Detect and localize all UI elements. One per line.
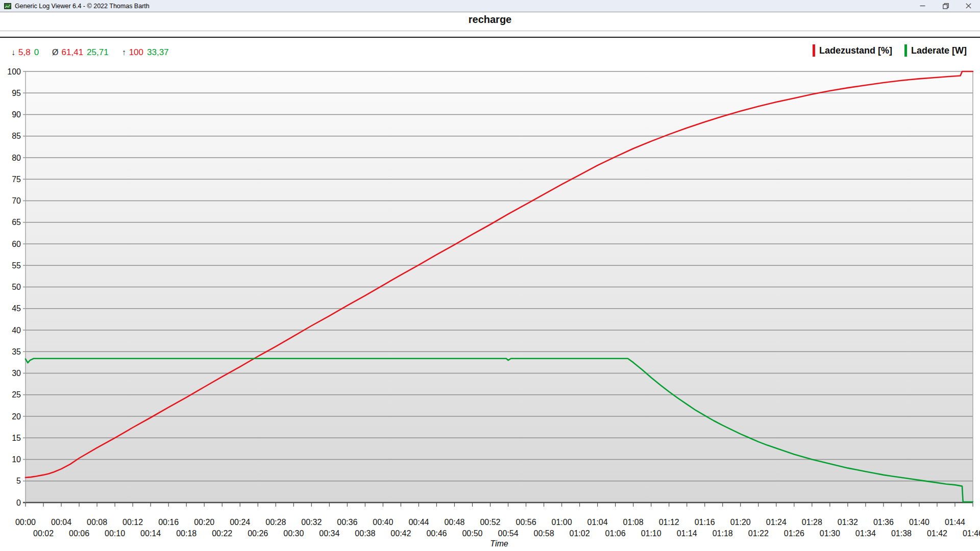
y-tick-label: 30 bbox=[12, 369, 21, 378]
x-tick-label: 01:02 bbox=[570, 529, 590, 538]
x-tick-label: 00:38 bbox=[355, 529, 375, 538]
x-tick-label: 00:54 bbox=[498, 529, 518, 538]
x-tick-label: 00:04 bbox=[51, 518, 71, 527]
y-tick-label: 20 bbox=[12, 412, 21, 421]
x-tick-label: 01:28 bbox=[802, 518, 822, 527]
y-tick-label: 95 bbox=[12, 89, 21, 97]
x-tick-label: 01:44 bbox=[945, 518, 965, 527]
x-tick-label: 00:18 bbox=[176, 529, 197, 538]
x-tick-label: 00:44 bbox=[408, 518, 429, 527]
x-tick-label: 00:36 bbox=[337, 518, 357, 527]
y-tick-label: 0 bbox=[16, 498, 21, 507]
y-tick-label: 5 bbox=[16, 477, 21, 485]
x-tick-label: 00:58 bbox=[534, 529, 554, 538]
x-tick-label: 01:32 bbox=[838, 518, 858, 527]
x-tick-label: 01:24 bbox=[766, 518, 787, 527]
x-tick-label: 00:24 bbox=[230, 518, 250, 527]
x-tick-label: 00:56 bbox=[516, 518, 536, 527]
x-tick-label: 01:26 bbox=[784, 529, 804, 538]
x-tick-label: 00:30 bbox=[283, 529, 304, 538]
x-tick-label: 00:40 bbox=[373, 518, 393, 527]
x-tick-label: 00:50 bbox=[462, 529, 482, 538]
x-tick-label: 00:46 bbox=[426, 529, 447, 538]
y-tick-label: 90 bbox=[12, 110, 21, 119]
x-tick-label: 01:18 bbox=[713, 529, 733, 538]
x-tick-label: 01:36 bbox=[873, 518, 894, 527]
x-tick-label: 01:06 bbox=[605, 529, 626, 538]
x-tick-label: 00:14 bbox=[140, 529, 161, 538]
y-tick-label: 50 bbox=[12, 283, 21, 291]
x-tick-label: 01:16 bbox=[695, 518, 715, 527]
y-tick-label: 25 bbox=[12, 390, 21, 399]
y-tick-label: 85 bbox=[12, 132, 21, 140]
x-tick-label: 00:20 bbox=[194, 518, 214, 527]
x-tick-label: 01:34 bbox=[855, 529, 876, 538]
x-tick-label: 01:00 bbox=[552, 518, 572, 527]
x-tick-label: 00:34 bbox=[319, 529, 339, 538]
y-tick-label: 70 bbox=[12, 196, 21, 205]
app-window: Generic Log Viewer 6.4 - © 2022 Thomas B… bbox=[0, 0, 980, 551]
x-tick-label: 00:26 bbox=[248, 529, 268, 538]
x-tick-label: 01:20 bbox=[730, 518, 751, 527]
y-tick-label: 65 bbox=[12, 218, 21, 227]
x-tick-label: 00:22 bbox=[212, 529, 232, 538]
y-tick-label: 55 bbox=[12, 261, 21, 270]
y-tick-label: 60 bbox=[12, 240, 21, 248]
x-tick-label: 00:12 bbox=[122, 518, 143, 527]
x-tick-label: 00:02 bbox=[33, 529, 54, 538]
y-tick-label: 10 bbox=[12, 455, 21, 464]
y-tick-label: 15 bbox=[12, 434, 21, 442]
x-tick-label: 00:42 bbox=[390, 529, 411, 538]
x-tick-label: 00:28 bbox=[265, 518, 286, 527]
x-tick-label: 01:04 bbox=[587, 518, 608, 527]
x-tick-label: 00:52 bbox=[480, 518, 500, 527]
y-tick-label: 40 bbox=[12, 326, 21, 335]
x-tick-label: 00:10 bbox=[105, 529, 125, 538]
x-tick-label: 01:14 bbox=[677, 529, 697, 538]
x-tick-label: 01:40 bbox=[909, 518, 929, 527]
x-tick-label: 00:48 bbox=[444, 518, 464, 527]
y-tick-label: 75 bbox=[12, 175, 21, 184]
x-tick-label: 01:22 bbox=[748, 529, 769, 538]
x-tick-label: 01:12 bbox=[659, 518, 679, 527]
x-tick-label: 01:30 bbox=[820, 529, 840, 538]
x-axis-title: Time bbox=[490, 539, 508, 548]
y-tick-label: 100 bbox=[7, 67, 21, 76]
y-tick-label: 35 bbox=[12, 347, 21, 356]
y-tick-label: 45 bbox=[12, 304, 21, 313]
x-tick-label: 00:06 bbox=[69, 529, 89, 538]
y-tick-label: 80 bbox=[12, 154, 21, 162]
x-tick-label: 01:46 bbox=[963, 529, 980, 538]
x-tick-label: 01:10 bbox=[641, 529, 662, 538]
x-tick-label: 01:38 bbox=[891, 529, 912, 538]
x-tick-label: 00:08 bbox=[87, 518, 107, 527]
x-tick-label: 00:16 bbox=[158, 518, 179, 527]
chart: 0510152025303540455055606570758085909510… bbox=[0, 0, 980, 551]
x-tick-label: 00:32 bbox=[301, 518, 322, 527]
x-tick-label: 01:42 bbox=[927, 529, 947, 538]
x-tick-label: 00:00 bbox=[15, 518, 36, 527]
x-tick-label: 01:08 bbox=[623, 518, 644, 527]
